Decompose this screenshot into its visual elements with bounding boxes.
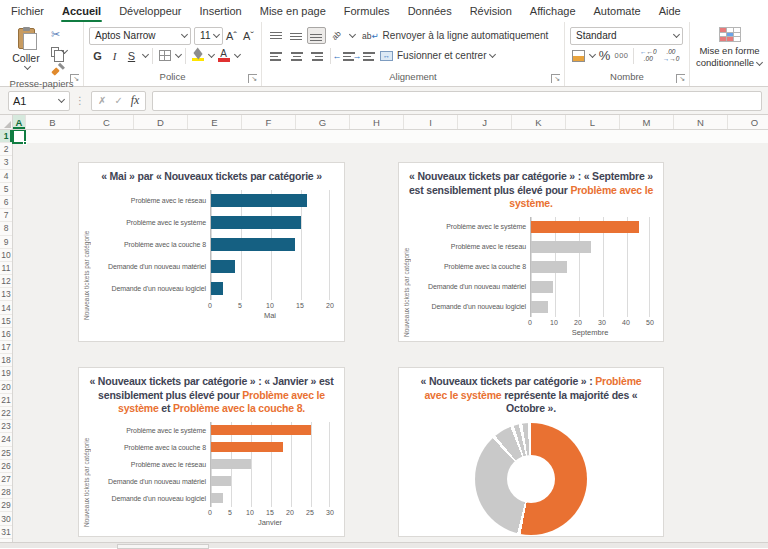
select-all-corner[interactable] (0, 115, 13, 129)
row-header-15[interactable]: 15 (0, 315, 12, 328)
dialog-launcher-icon[interactable]: ↘ (248, 74, 257, 83)
borders-button[interactable] (157, 47, 172, 64)
horizontal-scrollbar[interactable] (117, 544, 209, 549)
row-header-10[interactable]: 10 (0, 249, 12, 262)
enter-icon[interactable]: ✓ (114, 95, 122, 106)
column-header-D[interactable]: D (134, 115, 188, 129)
row-header-5[interactable]: 5 (0, 183, 12, 196)
row-header-30[interactable]: 30 (0, 512, 12, 525)
chevron-down-icon[interactable] (208, 51, 215, 58)
row-header-12[interactable]: 12 (0, 275, 12, 288)
column-header-G[interactable]: G (296, 115, 350, 129)
increase-indent-button[interactable]: → (354, 47, 373, 64)
row-header-2[interactable]: 2 (0, 143, 12, 156)
cut-button[interactable]: ✂ (51, 26, 68, 43)
chevron-down-icon[interactable] (142, 51, 149, 58)
column-header-N[interactable]: N (674, 115, 728, 129)
tab-formules[interactable]: Formules (335, 0, 399, 22)
tab-revision[interactable]: Révision (461, 0, 521, 22)
row-header-3[interactable]: 3 (0, 156, 12, 169)
column-header-A[interactable]: A (13, 115, 26, 129)
formula-bar-splitter[interactable]: ⋮ (75, 95, 86, 106)
row-header-21[interactable]: 21 (0, 394, 12, 407)
orientation-button[interactable]: ab (327, 27, 346, 44)
row-header-18[interactable]: 18 (0, 354, 12, 367)
column-header-F[interactable]: F (242, 115, 296, 129)
align-right-button[interactable] (307, 47, 326, 64)
tab-aide[interactable]: Aide (650, 0, 690, 22)
accounting-format-button[interactable] (571, 47, 586, 64)
row-header-31[interactable]: 31 (0, 526, 12, 539)
name-box[interactable]: A1 (8, 91, 70, 111)
chart-card-octobre[interactable]: « Nouveaux tickets par catégorie » : Pro… (398, 367, 664, 537)
row-header-1[interactable]: 1 (0, 130, 12, 143)
column-header-C[interactable]: C (80, 115, 134, 129)
italic-button[interactable]: I (107, 47, 122, 64)
cancel-icon[interactable]: ✗ (98, 95, 106, 106)
chart-card-mai[interactable]: « Mai » par « Nouveaux tickets par catég… (78, 162, 345, 342)
worksheet[interactable]: « Mai » par « Nouveaux tickets par catég… (13, 130, 768, 542)
chart-card-janvier[interactable]: « Nouveaux tickets par catégorie » : « J… (78, 367, 345, 537)
format-painter-button[interactable] (51, 60, 68, 77)
row-header-9[interactable]: 9 (0, 236, 12, 249)
chart-card-septembre[interactable]: « Nouveaux tickets par catégorie » : « S… (398, 162, 664, 342)
align-center-button[interactable] (287, 47, 306, 64)
fill-handle[interactable] (23, 141, 27, 145)
align-top-button[interactable] (267, 27, 286, 44)
row-header-8[interactable]: 8 (0, 222, 12, 235)
decrease-decimal-button[interactable]: .00→→0 (663, 49, 680, 62)
formula-input[interactable] (152, 91, 762, 111)
tab-mise-en-page[interactable]: Mise en page (251, 0, 335, 22)
row-header-13[interactable]: 13 (0, 288, 12, 301)
increase-decimal-button[interactable]: ←←0.00 (640, 49, 657, 62)
row-header-20[interactable]: 20 (0, 381, 12, 394)
row-header-22[interactable]: 22 (0, 407, 12, 420)
row-header-14[interactable]: 14 (0, 301, 12, 314)
copy-button[interactable] (51, 43, 68, 60)
column-header-B[interactable]: B (26, 115, 80, 129)
increase-font-button[interactable]: Aˆ (224, 27, 239, 44)
row-header-27[interactable]: 27 (0, 473, 12, 486)
column-header-L[interactable]: L (566, 115, 620, 129)
row-header-28[interactable]: 28 (0, 486, 12, 499)
row-header-23[interactable]: 23 (0, 420, 12, 433)
chevron-down-icon[interactable] (234, 51, 241, 58)
column-header-E[interactable]: E (188, 115, 242, 129)
align-bottom-button[interactable] (307, 27, 326, 44)
row-header-19[interactable]: 19 (0, 367, 12, 380)
decrease-font-button[interactable]: Aˇ (241, 27, 256, 44)
column-header-K[interactable]: K (512, 115, 566, 129)
chevron-down-icon[interactable] (175, 51, 182, 58)
align-left-button[interactable] (267, 47, 286, 64)
paste-button[interactable]: Coller (5, 26, 47, 77)
row-header-24[interactable]: 24 (0, 433, 12, 446)
underline-button[interactable]: S (124, 47, 139, 64)
fill-color-button[interactable] (190, 47, 205, 64)
row-header-6[interactable]: 6 (0, 196, 12, 209)
tab-developpeur[interactable]: Développeur (110, 0, 190, 22)
tab-insertion[interactable]: Insertion (191, 0, 251, 22)
wrap-text-button[interactable]: ab↵ Renvoyer à la ligne automatiquement (362, 30, 548, 41)
column-header-O[interactable]: O (728, 115, 768, 129)
dialog-launcher-icon[interactable]: ↘ (676, 74, 685, 83)
comma-style-button[interactable]: 000 (614, 47, 629, 64)
row-header-26[interactable]: 26 (0, 460, 12, 473)
column-header-H[interactable]: H (350, 115, 404, 129)
chevron-down-icon[interactable] (589, 51, 596, 58)
align-middle-button[interactable] (287, 27, 306, 44)
tab-fichier[interactable]: Fichier (2, 0, 53, 22)
row-header-4[interactable]: 4 (0, 170, 12, 183)
column-header-J[interactable]: J (458, 115, 512, 129)
font-color-button[interactable]: A (216, 47, 231, 64)
font-size-select[interactable]: 11 (194, 27, 223, 45)
column-header-M[interactable]: M (620, 115, 674, 129)
number-format-select[interactable]: Standard (570, 27, 683, 45)
merge-center-button[interactable]: ↔ Fusionner et centrer (380, 50, 496, 61)
row-header-11[interactable]: 11 (0, 262, 12, 275)
dialog-launcher-icon[interactable]: ↘ (70, 74, 79, 83)
font-family-select[interactable]: Aptos Narrow (89, 27, 191, 45)
tab-automate[interactable]: Automate (585, 0, 650, 22)
row-header-7[interactable]: 7 (0, 209, 12, 222)
bold-button[interactable]: G (90, 47, 105, 64)
decrease-indent-button[interactable]: ← (334, 47, 353, 64)
